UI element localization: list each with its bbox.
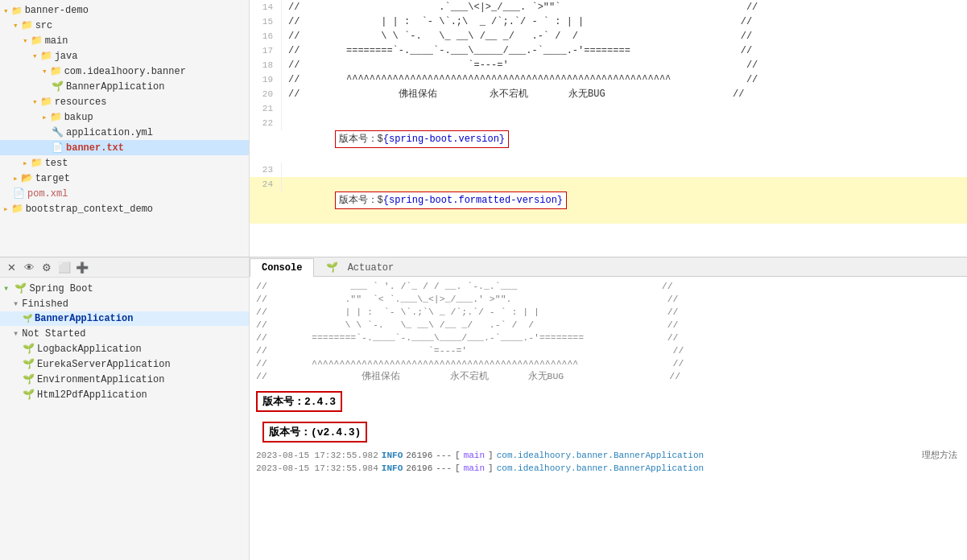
tree-label: bakup [64, 112, 93, 123]
line-number: 21 [250, 101, 282, 116]
run-item-eureka[interactable]: 🌱 EurekaServerApplication [0, 356, 249, 372]
code-line-15: 15 // | | : `- \`.;\ _ /`;.`/ - ` : | | … [250, 14, 967, 29]
tree-item-test[interactable]: ▸ 📁 test [0, 155, 249, 171]
actuator-icon: 🌱 [326, 262, 338, 274]
tree-label: bootstrap_context_demo [26, 204, 153, 215]
tab-console[interactable]: Console [250, 258, 314, 277]
code-content: // ========`-.____`-.___\_____/___.-`___… [288, 43, 967, 58]
console-art-6: // `=---=' // [256, 344, 961, 357]
run-toolbar: ✕ 👁 ⚙ ⬜ ➕ [0, 257, 249, 278]
code-content: // 佛祖保佑 永不宕机 永无BUG // [288, 87, 967, 101]
console-art-7: // ^^^^^^^^^^^^^^^^^^^^^^^^^^^^^^^^^^^^^… [256, 357, 961, 370]
folder-chevron-not-started: ▾ [13, 327, 19, 340]
tree-item-banner-demo[interactable]: ▾ 📁 banner-demo [0, 3, 249, 18]
tree-item-pom-xml[interactable]: 📄 pom.xml [0, 186, 249, 201]
code-line-18: 18 // `=---=' // [250, 58, 967, 72]
code-line-21: 21 [250, 101, 967, 116]
console-version-box-2: 版本号：(v2.4.3) [262, 422, 367, 443]
run-item-finished[interactable]: ▾ Finished [0, 296, 249, 311]
line-number: 19 [250, 72, 282, 87]
run-item-label: Not Started [22, 328, 85, 340]
run-item-banner-app[interactable]: 🌱 BannerApplication [0, 311, 249, 326]
run-item-not-started[interactable]: ▾ Not Started [0, 326, 249, 341]
run-item-label: Spring Boot [29, 283, 93, 294]
line-number: 18 [250, 58, 282, 72]
console-body: // ___ ` '. /`_ / / __. `-._.`___ // // … [250, 277, 967, 560]
run-item-spring-boot[interactable]: ▾ 🌱 Spring Boot [0, 281, 249, 296]
run-item-label: EnvironmentApplication [37, 374, 164, 385]
tree-item-bakup[interactable]: ▸ 📁 bakup [0, 109, 249, 125]
code-content [288, 101, 967, 116]
tree-item-java[interactable]: ▾ 📁 java [0, 48, 249, 64]
tree-item-src[interactable]: ▾ 📁 src [0, 18, 249, 33]
log-level-1: INFO [382, 449, 403, 462]
folder-icon-test: 📁 [31, 157, 43, 169]
run-item-environment[interactable]: 🌱 EnvironmentApplication [0, 372, 249, 387]
tree-label: banner.txt [66, 142, 124, 154]
tree-label: resources [55, 97, 107, 108]
line-number: 20 [250, 87, 282, 101]
run-item-html2pdf[interactable]: 🌱 Html2PdfApplication [0, 387, 249, 402]
log-bracket-4: ] [488, 462, 494, 475]
folder-chevron: ▾ [42, 66, 48, 76]
tree-item-target[interactable]: ▸ 📂 target [0, 171, 249, 186]
add-button[interactable]: ➕ [76, 261, 89, 274]
tree-item-application-yml[interactable]: 🔧 application.yml [0, 125, 249, 140]
tab-actuator-label: Actuator [348, 262, 395, 274]
version-box-1: 版本号：${spring-boot.version} [335, 130, 509, 148]
tree-item-package[interactable]: ▾ 📁 com.idealhoory.banner [0, 64, 249, 79]
tab-actuator[interactable]: 🌱 Actuator [314, 257, 406, 277]
code-line-23: 23 [250, 163, 967, 177]
tree-item-banner-app[interactable]: 🌱 BannerApplication [0, 79, 249, 94]
log-class-1: com.idealhoory.banner.BannerApplication [497, 449, 704, 462]
folder-chevron: ▾ [32, 97, 38, 107]
spring-boot-icon: ▾ 🌱 [3, 282, 27, 294]
txt-icon: 📄 [52, 142, 64, 154]
folder-chevron: ▸ [23, 158, 28, 168]
code-line-20: 20 // 佛祖保佑 永不宕机 永无BUG // [250, 87, 967, 101]
tree-item-banner-txt[interactable]: 📄 banner.txt [0, 140, 249, 155]
log-bracket-2: ] [488, 449, 494, 462]
folder-chevron-finished: ▾ [13, 298, 19, 310]
log-line-2: 2023-08-15 17:32:55.984 INFO 26196 --- [… [256, 462, 961, 475]
folder-icon: ▾ [3, 6, 9, 16]
code-line-24: 24 版本号：${spring-boot.formatted-version} [250, 177, 967, 224]
stop-button[interactable]: ⬜ [58, 261, 71, 274]
yaml-icon: 🔧 [52, 126, 64, 138]
file-tree: ▾ 📁 banner-demo ▾ 📁 src ▾ 📁 main ▾ 📁 jav… [0, 0, 250, 257]
app-icon-eureka: 🌱 [23, 358, 35, 370]
folder-icon-java: 📁 [40, 50, 52, 62]
tree-label: main [45, 35, 68, 47]
filter-button[interactable]: ⚙ [40, 261, 53, 274]
console-tabs: Console 🌱 Actuator [250, 257, 967, 277]
line-number: 22 [250, 116, 282, 130]
tree-item-bootstrap-demo[interactable]: ▸ 📁 bootstrap_context_demo [0, 201, 249, 216]
run-item-label: Html2PdfApplication [37, 389, 147, 401]
console-version-box-1: 版本号：2.4.3 [256, 391, 342, 412]
folder-icon-target: 📂 [21, 172, 33, 184]
line-number: 14 [250, 0, 282, 14]
eye-button[interactable]: 👁 [23, 261, 35, 274]
tree-item-resources[interactable]: ▾ 📁 resources [0, 94, 249, 109]
tree-label: BannerApplication [66, 81, 164, 93]
console-version-2-wrapper: 版本号：(v2.4.3) [262, 418, 961, 446]
run-panel: ✕ 👁 ⚙ ⬜ ➕ ▾ 🌱 Spring Boot ▾ Finished 🌱 [0, 257, 250, 560]
log-timestamp-2: 2023-08-15 17:32:55.984 [256, 462, 378, 475]
log-class-2: com.idealhoory.banner.BannerApplication [497, 462, 704, 475]
folder-icon-bootstrap: 📁 [11, 203, 23, 215]
app-icon-logback: 🌱 [23, 343, 35, 355]
code-line-19: 19 // ^^^^^^^^^^^^^^^^^^^^^^^^^^^^^^^^^^… [250, 72, 967, 87]
folder-icon-res: 📁 [40, 96, 52, 108]
close-button[interactable]: ✕ [5, 261, 18, 274]
code-content: // \ \ `-. \_ __\ /__ _/ .-` / / // [288, 29, 967, 43]
version-box-2: 版本号：${spring-boot.formatted-version} [335, 191, 567, 209]
folder-icon-pkg: 📁 [50, 65, 62, 77]
code-content: // .`___\<|>_/___. `>""` // [288, 0, 967, 14]
tree-label: java [55, 51, 78, 62]
line-number: 16 [250, 29, 282, 43]
tree-item-main[interactable]: ▾ 📁 main [0, 33, 249, 48]
tab-console-label: Console [262, 262, 302, 274]
log-pid-1: 26196 [406, 449, 432, 462]
run-item-logback[interactable]: 🌱 LogbackApplication [0, 341, 249, 356]
tree-label: application.yml [66, 127, 153, 138]
